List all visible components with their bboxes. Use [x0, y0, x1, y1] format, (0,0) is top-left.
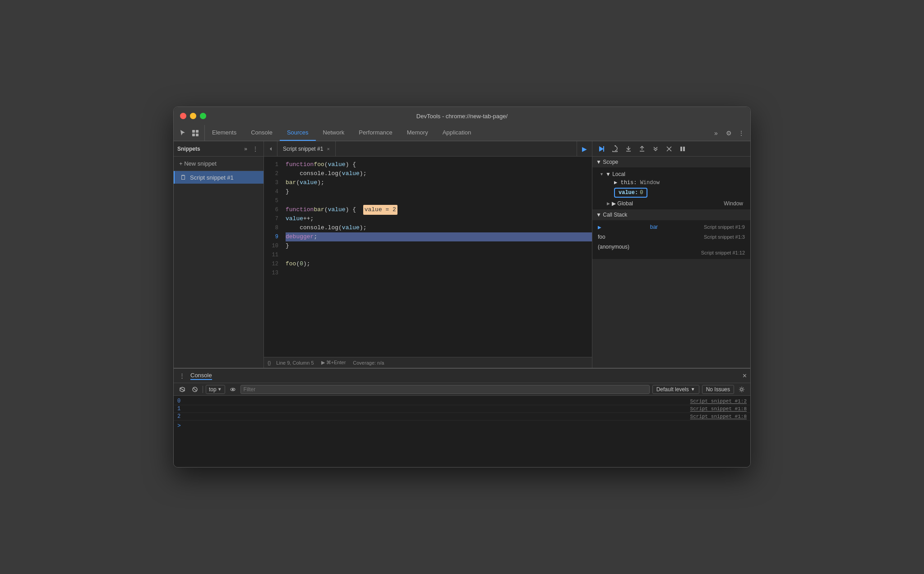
sidebar-more-button[interactable]: » [242, 145, 249, 153]
console-value-2: 2 [177, 413, 186, 420]
debug-step-out-button[interactable] [637, 144, 647, 154]
sidebar: Snippets » ⋮ + New snippet 🗒 Script snip… [174, 141, 264, 368]
code-editor[interactable]: function foo(value) { console.log(value)… [282, 157, 592, 357]
code-line-12: foo(0); [286, 259, 592, 268]
code-line-8: console.log(value); [286, 223, 592, 232]
tab-bar: Elements Console Sources Network Perform… [174, 125, 750, 141]
value-box[interactable]: value: 0 [614, 188, 647, 198]
status-format[interactable]: {} [268, 360, 271, 366]
svg-line-17 [193, 388, 197, 391]
tab-application[interactable]: Application [435, 125, 479, 141]
debug-deactivate-button[interactable] [664, 144, 675, 154]
callstack-item-anon[interactable]: (anonymous) Script snippet #1:12 [592, 242, 750, 257]
default-levels-button[interactable]: Default levels ▼ [652, 385, 699, 394]
console-settings-button[interactable] [737, 384, 747, 394]
close-button[interactable] [180, 113, 186, 119]
new-snippet-button[interactable]: + New snippet [174, 157, 263, 171]
top-label: top [209, 386, 217, 393]
right-panel-content: ▼ Scope ▼ ▼ Local ▶ this: Window [592, 157, 750, 368]
scope-content: ▼ ▼ Local ▶ this: Window value: 0 [592, 167, 750, 209]
format-label: {} [268, 360, 271, 366]
callstack-section-header[interactable]: ▼ Call Stack [592, 209, 750, 220]
scope-section-label: ▼ Scope [596, 159, 618, 165]
callstack-item-bar[interactable]: bar Script snippet #1:9 [592, 222, 750, 232]
svg-line-15 [180, 388, 185, 391]
settings-button[interactable]: ⚙ [723, 128, 734, 139]
editor-file-tab[interactable]: Script snippet #1 × [277, 141, 336, 156]
line-num-6: 6 [264, 205, 282, 214]
editor-tab-close-button[interactable]: × [327, 146, 329, 152]
snippet-name: Script snippet #1 [190, 174, 234, 181]
scope-global-row: ▶ ▶ Global Window [592, 199, 750, 208]
console-menu-button[interactable]: ⋮ [177, 371, 187, 380]
editor-nav-back[interactable] [264, 141, 277, 156]
callstack-item-foo[interactable]: foo Script snippet #1:3 [592, 232, 750, 242]
console-loc-1[interactable]: Script snippet #1:8 [690, 406, 747, 412]
more-tabs-button[interactable]: » [711, 128, 721, 139]
console-output-line-0: 0 Script snippet #1:2 [174, 398, 750, 405]
console-prompt[interactable]: > [174, 421, 750, 431]
scope-local-label: ▼ Local [605, 171, 625, 177]
scope-section-header[interactable]: ▼ Scope [592, 157, 750, 167]
top-context-selector[interactable]: top ▼ [206, 385, 225, 394]
console-output-line-1: 1 Script snippet #1:8 [174, 405, 750, 413]
levels-dropdown-icon: ▼ [691, 387, 695, 392]
console-value-0: 0 [177, 398, 186, 404]
svg-rect-1 [196, 130, 199, 133]
console-close-button[interactable]: × [743, 372, 747, 380]
maximize-button[interactable] [200, 113, 206, 119]
devtools-window: DevTools - chrome://new-tab-page/ Elemen… [173, 106, 751, 468]
console-output: 0 Script snippet #1:2 1 Script snippet #… [174, 396, 750, 467]
callstack-foo-location: Script snippet #1:3 [704, 234, 745, 240]
debug-step-into-button[interactable] [623, 144, 634, 154]
more-settings-button[interactable]: ⋮ [736, 128, 747, 139]
sidebar-menu-button[interactable]: ⋮ [251, 145, 260, 153]
debug-step-button[interactable] [650, 144, 661, 154]
minimize-button[interactable] [190, 113, 196, 119]
line-num-5: 5 [264, 196, 282, 205]
svg-rect-0 [192, 130, 195, 133]
title-bar: DevTools - chrome://new-tab-page/ [174, 107, 750, 125]
debug-step-over-button[interactable] [610, 144, 620, 154]
console-eye-button[interactable] [228, 384, 238, 394]
debug-pause-button[interactable] [677, 144, 688, 154]
line-num-13: 13 [264, 268, 282, 278]
console-clear-button[interactable] [177, 384, 187, 394]
console-output-line-2: 2 Script snippet #1:8 [174, 413, 750, 421]
svg-point-20 [741, 388, 743, 390]
code-line-1: function foo(value) { [286, 160, 592, 169]
code-area[interactable]: 1 2 3 4 5 6 7 8 9 10 11 12 13 function f… [264, 157, 592, 357]
tab-performance[interactable]: Performance [351, 125, 399, 141]
console-toolbar-divider [203, 386, 203, 393]
tab-elements[interactable]: Elements [205, 125, 244, 141]
scope-this-label: ▶ this: [614, 180, 637, 186]
console-block-button[interactable] [190, 384, 200, 394]
console-loc-2[interactable]: Script snippet #1:8 [690, 414, 747, 419]
scope-this-item: ▶ this: Window [600, 178, 743, 187]
value-key-label: value: [619, 190, 638, 196]
editor-run-button[interactable]: ▶ [577, 141, 592, 156]
tab-memory[interactable]: Memory [400, 125, 435, 141]
scope-local-header[interactable]: ▼ ▼ Local [600, 170, 743, 178]
tab-network[interactable]: Network [316, 125, 352, 141]
main-content: Snippets » ⋮ + New snippet 🗒 Script snip… [174, 141, 750, 368]
no-issues-button[interactable]: No Issues [702, 385, 734, 394]
sidebar-header-icons: » ⋮ [242, 145, 260, 153]
main-tabs: Elements Console Sources Network Perform… [205, 125, 707, 141]
debug-resume-button[interactable] [596, 144, 607, 154]
callstack-foo-left: foo [598, 234, 605, 240]
svg-rect-13 [683, 147, 685, 151]
console-loc-0[interactable]: Script snippet #1:2 [690, 398, 747, 404]
inspect-icon[interactable] [190, 128, 201, 139]
scope-global-header[interactable]: ▶ ▶ Global [607, 200, 633, 207]
tab-sources[interactable]: Sources [280, 125, 316, 141]
svg-rect-5 [603, 146, 604, 152]
tab-console[interactable]: Console [244, 125, 280, 141]
line-num-3: 3 [264, 178, 282, 187]
line-num-10: 10 [264, 241, 282, 250]
new-snippet-label: + New snippet [179, 160, 217, 167]
line-num-7: 7 [264, 214, 282, 223]
snippet-item[interactable]: 🗒 Script snippet #1 [174, 171, 263, 184]
console-filter-input[interactable] [240, 385, 650, 394]
cursor-icon[interactable] [177, 128, 188, 139]
